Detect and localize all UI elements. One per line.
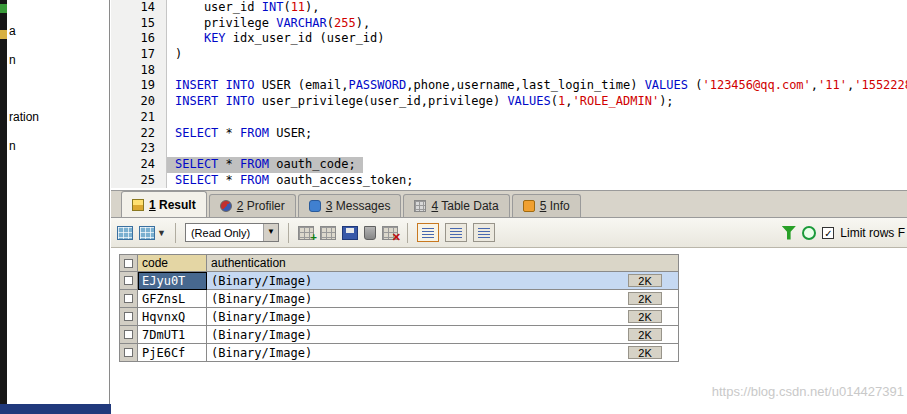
row-checkbox[interactable]: [124, 348, 133, 357]
tab-label: 4 Table Data: [431, 199, 498, 213]
code-cell[interactable]: HqvnxQ: [138, 308, 207, 326]
authentication-cell[interactable]: (Binary/Image)2K: [207, 272, 679, 290]
form-view-icon: [450, 228, 462, 238]
sql-token: INT: [262, 0, 284, 14]
sql-token: idx_user_id (user_id): [226, 31, 385, 45]
code-cell[interactable]: EJyu0T: [138, 272, 207, 290]
toolbar-separator: [175, 223, 176, 243]
copy-row-icon[interactable]: [320, 226, 336, 240]
save-changes-icon[interactable]: [342, 226, 358, 240]
sql-token: [175, 31, 204, 45]
code-line[interactable]: 16 KEY idx_user_id (user_id): [111, 31, 907, 47]
export-result-icon[interactable]: [117, 226, 133, 240]
code-text: [167, 110, 175, 126]
tab-number: 3: [326, 199, 333, 213]
sql-token: FROM: [240, 173, 269, 187]
authentication-cell[interactable]: (Binary/Image)2K: [207, 326, 679, 344]
filter-icon[interactable]: [781, 226, 796, 240]
tab-info[interactable]: 5 Info: [512, 194, 581, 217]
code-line[interactable]: 21: [111, 110, 907, 126]
discard-changes-icon[interactable]: ✕: [382, 226, 398, 240]
code-text: INSERT INTO USER (email,PASSWORD,phone,u…: [167, 78, 907, 94]
row-checkbox-cell: [120, 272, 138, 290]
sql-token: KEY: [204, 31, 226, 45]
column-header-code[interactable]: code: [138, 255, 207, 272]
table-row[interactable]: PjE6Cf(Binary/Image)2K: [120, 344, 679, 362]
editor-lines: 14 user_id INT(11),15 privilege VARCHAR(…: [111, 0, 907, 188]
code-line[interactable]: 17): [111, 47, 907, 63]
sql-token: );: [659, 94, 673, 108]
sql-token: ,: [811, 78, 818, 92]
edit-mode-select[interactable]: (Read Only) ▼: [185, 223, 279, 242]
authentication-cell[interactable]: (Binary/Image)2K: [207, 290, 679, 308]
code-cell[interactable]: GFZnsL: [138, 290, 207, 308]
code-line[interactable]: 14 user_id INT(11),: [111, 0, 907, 16]
row-checkbox[interactable]: [124, 312, 133, 321]
code-text: ): [167, 47, 182, 63]
tab-label: 3 Messages: [326, 199, 391, 213]
table-row[interactable]: 7DmUT1(Binary/Image)2K: [120, 326, 679, 344]
limit-rows-checkbox[interactable]: ✓: [822, 227, 834, 239]
authentication-cell[interactable]: (Binary/Image)2K: [207, 344, 679, 362]
chevron-down-icon: ▼: [157, 228, 166, 238]
main-area: 14 user_id INT(11),15 privilege VARCHAR(…: [111, 0, 907, 414]
code-line[interactable]: 23: [111, 141, 907, 157]
code-cell[interactable]: 7DmUT1: [138, 326, 207, 344]
row-checkbox[interactable]: [124, 330, 133, 339]
delete-row-icon[interactable]: [364, 226, 376, 240]
code-line[interactable]: 25SELECT * FROM oauth_access_token;: [111, 173, 907, 189]
messages-bubble-icon: [309, 200, 321, 212]
table-menu-icon: [139, 226, 155, 240]
text-view-button[interactable]: [473, 223, 495, 242]
row-checkbox-cell: [120, 326, 138, 344]
table-row[interactable]: GFZnsL(Binary/Image)2K: [120, 290, 679, 308]
profiler-gauge-icon: [220, 200, 232, 212]
code-text: KEY idx_user_id (user_id): [167, 31, 385, 47]
row-checkbox[interactable]: [124, 276, 133, 285]
sql-token: 255: [334, 16, 356, 30]
code-text: [167, 63, 175, 79]
authentication-cell[interactable]: (Binary/Image)2K: [207, 308, 679, 326]
select-all-cell[interactable]: [120, 255, 138, 272]
table-row[interactable]: HqvnxQ(Binary/Image)2K: [120, 308, 679, 326]
row-checkbox[interactable]: [124, 294, 133, 303]
code-line[interactable]: 15 privilege VARCHAR(255),: [111, 16, 907, 32]
watermark: https://blog.csdn.net/u014427391: [712, 384, 904, 399]
tab-result[interactable]: 1 Result: [121, 191, 207, 217]
sql-token: (: [688, 78, 702, 92]
code-line[interactable]: 22SELECT * FROM USER;: [111, 126, 907, 142]
schema-icon: [0, 4, 7, 13]
tab-table-data[interactable]: 4 Table Data: [403, 194, 509, 217]
table-row[interactable]: EJyu0T(Binary/Image)2K: [120, 272, 679, 290]
sql-token: '123456@qq.com': [702, 78, 810, 92]
code-line[interactable]: 24SELECT * FROM oauth_code;: [111, 157, 907, 173]
code-line[interactable]: 18: [111, 63, 907, 79]
sql-token: VALUES: [645, 78, 688, 92]
code-line[interactable]: 20INSERT INTO user_privilege(user_id,pri…: [111, 94, 907, 110]
tab-label: 1 Result: [149, 198, 196, 212]
code-line[interactable]: 19INSERT INTO USER (email,PASSWORD,phone…: [111, 78, 907, 94]
form-view-button[interactable]: [445, 223, 467, 242]
grid-view-button[interactable]: [417, 223, 439, 242]
sql-token: INTO: [226, 78, 255, 92]
select-all-checkbox[interactable]: [124, 259, 133, 268]
blob-size-badge: 2K: [628, 328, 662, 341]
line-number: 21: [111, 110, 167, 126]
blob-size-badge: 2K: [628, 346, 662, 359]
code-text: SELECT * FROM USER;: [167, 126, 312, 142]
insert-row-icon[interactable]: +: [298, 226, 314, 240]
tree-item-fragment: n: [9, 53, 16, 67]
line-number: 18: [111, 63, 167, 79]
line-number: 15: [111, 16, 167, 32]
sql-token: VARCHAR: [276, 16, 327, 30]
sql-token: oauth_code;: [269, 157, 363, 171]
code-cell[interactable]: PjE6Cf: [138, 344, 207, 362]
tab-profiler[interactable]: 2 Profiler: [209, 194, 296, 217]
sql-token: ),: [305, 0, 319, 14]
tab-messages[interactable]: 3 Messages: [298, 194, 402, 217]
export-menu-button[interactable]: ▼: [139, 226, 166, 240]
column-header-authentication[interactable]: authentication: [207, 255, 679, 272]
refresh-icon[interactable]: [802, 226, 816, 240]
tree-item-fragment: a: [9, 24, 16, 38]
sql-editor[interactable]: 14 user_id INT(11),15 privilege VARCHAR(…: [111, 0, 907, 190]
